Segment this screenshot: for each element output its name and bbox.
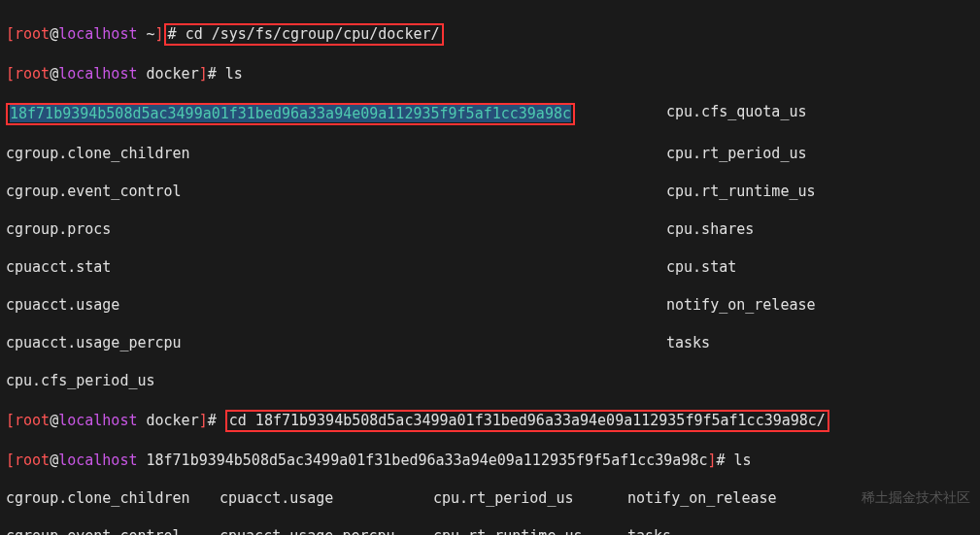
file: cgroup.procs — [6, 220, 666, 240]
file: cpu.cfs_quota_us — [666, 103, 958, 126]
file: cgroup.event_control — [6, 183, 666, 202]
file: cpu.rt_period_us — [433, 489, 627, 509]
file: cpu.rt_runtime_us — [433, 527, 627, 536]
file: cpuacct.usage_percpu — [6, 334, 666, 353]
file: cpu.stat — [666, 258, 958, 278]
dir: docker — [147, 65, 199, 83]
host: localhost — [58, 25, 137, 43]
dir: 18f71b9394b508d5ac3499a01f31bed96a33a94e… — [147, 451, 708, 469]
bracket: ] — [155, 25, 164, 43]
at: @ — [50, 25, 58, 43]
user: root — [15, 25, 50, 43]
file: cpuacct.usage — [220, 489, 433, 509]
file: tasks — [666, 334, 958, 353]
highlight-box-cd: # cd /sys/fs/cgroup/cpu/docker/ — [164, 23, 444, 47]
container-hash: 18f71b9394b508d5ac3499a01f31bed96a33a94e… — [10, 105, 571, 122]
command-cd-cgroup: cd /sys/fs/cgroup/cpu/docker/ — [186, 25, 440, 43]
file: cpuacct.usage — [6, 296, 666, 316]
file: cpuacct.stat — [6, 258, 666, 278]
bracket: [ — [6, 25, 15, 43]
file: tasks — [627, 527, 822, 536]
file: notify_on_release — [627, 489, 822, 509]
terminal-output[interactable]: [root@localhost ~]# cd /sys/fs/cgroup/cp… — [0, 0, 980, 535]
file: cpu.cfs_period_us — [6, 372, 974, 391]
file: cgroup.clone_children — [6, 489, 220, 509]
file: cgroup.clone_children — [6, 145, 666, 164]
watermark: 稀土掘金技术社区 — [862, 488, 970, 506]
file: cpu.shares — [666, 220, 958, 240]
command-cd-hash: cd 18f71b9394b508d5ac3499a01f31bed96a33a… — [229, 412, 826, 429]
prompt-char: # — [168, 25, 177, 43]
file: cpuacct.usage_percpu — [220, 527, 433, 536]
file: cgroup.event_control — [6, 527, 220, 536]
file: cpu.rt_period_us — [666, 145, 958, 164]
command-ls: ls — [225, 65, 243, 83]
file: cpu.rt_runtime_us — [666, 183, 958, 202]
highlight-box-hash: 18f71b9394b508d5ac3499a01f31bed96a33a94e… — [6, 103, 575, 126]
highlight-box-cd-hash: cd 18f71b9394b508d5ac3499a01f31bed96a33a… — [225, 410, 829, 433]
command-ls: ls — [734, 451, 752, 469]
file: notify_on_release — [666, 296, 958, 316]
dir: ~ — [147, 25, 155, 43]
